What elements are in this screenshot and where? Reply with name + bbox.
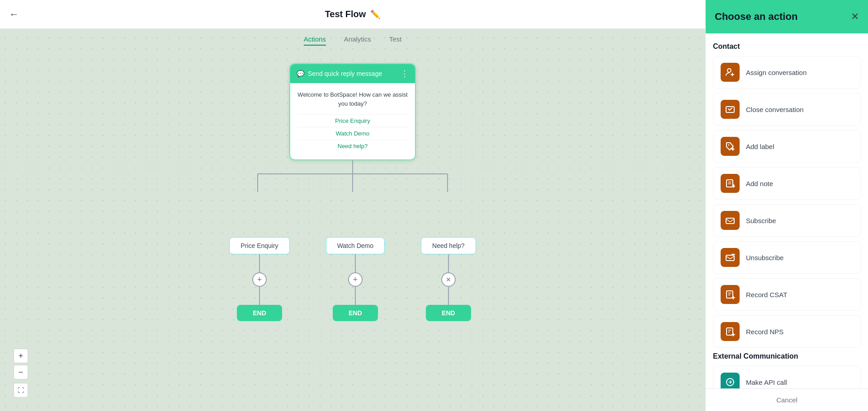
top-bar: ← Test Flow ✏️ <box>0 0 705 29</box>
reply-price-enquiry[interactable]: Price Enquiry <box>297 114 408 127</box>
add-label-icon <box>721 137 740 156</box>
branch-price-enquiry: Price Enquiry + END <box>229 237 289 321</box>
make-api-call-icon <box>721 373 740 388</box>
connector-line-1 <box>259 254 260 272</box>
end-node-watch-demo: END <box>333 305 378 321</box>
action-add-label[interactable]: Add label <box>713 130 861 163</box>
panel-close-button[interactable]: ✕ <box>851 12 859 22</box>
remove-action-need-help[interactable]: ✕ <box>441 272 456 287</box>
zoom-out-button[interactable]: − <box>14 365 28 379</box>
flow-canvas: ← Test Flow ✏️ Actions Analytics Test 💬 … <box>0 0 705 411</box>
subscribe-icon <box>721 211 740 230</box>
panel-header: Choose an action ✕ <box>706 0 868 33</box>
assign-conversation-label: Assign conversation <box>746 69 807 76</box>
connector-line-2 <box>355 254 356 272</box>
flow-title-text: Test Flow <box>325 9 366 19</box>
connector-line-3b <box>448 287 449 305</box>
panel-content: Contact Assign conversation Clo <box>706 33 868 388</box>
action-assign-conversation[interactable]: Assign conversation <box>713 56 861 89</box>
svg-rect-17 <box>726 218 734 224</box>
make-api-call-label: Make API call <box>746 378 787 386</box>
action-add-note[interactable]: Add note <box>713 167 861 200</box>
flow-connectors-svg <box>194 160 511 201</box>
subscribe-label: Subscribe <box>746 217 776 224</box>
unsubscribe-icon <box>721 248 740 267</box>
branches-container: Price Enquiry + END Watch Demo + END Nee <box>229 237 476 321</box>
close-conversation-label: Close conversation <box>746 106 804 113</box>
record-nps-label: Record NPS <box>746 328 783 336</box>
tab-test[interactable]: Test <box>389 33 402 46</box>
connector-line-1b <box>259 287 260 305</box>
message-node-title: Send quick reply message <box>308 70 382 77</box>
branch-need-help: Need help? ✕ END <box>421 237 476 321</box>
flow-wrapper: 💬 Send quick reply message ⋮ Welcome to … <box>194 63 511 321</box>
add-action-watch-demo[interactable]: + <box>348 272 363 287</box>
cancel-button[interactable]: Cancel <box>776 396 797 404</box>
branch-watch-demo: Watch Demo + END <box>326 237 385 321</box>
node-menu-icon[interactable]: ⋮ <box>401 69 409 79</box>
message-node: 💬 Send quick reply message ⋮ Welcome to … <box>289 63 416 160</box>
connector-line-2b <box>355 287 356 305</box>
panel-footer: Cancel <box>706 388 868 411</box>
unsubscribe-label: Unsubscribe <box>746 254 783 262</box>
flow-content: 💬 Send quick reply message ⋮ Welcome to … <box>0 50 705 411</box>
back-button[interactable]: ← <box>9 9 19 20</box>
action-close-conversation[interactable]: Close conversation <box>713 93 861 126</box>
branch-label-price-enquiry[interactable]: Price Enquiry <box>229 237 289 254</box>
flow-title-container: Test Flow ✏️ <box>325 9 381 19</box>
svg-rect-18 <box>726 255 734 261</box>
tabs-bar: Actions Analytics Test <box>0 29 705 50</box>
action-record-nps[interactable]: Record NPS <box>713 315 861 348</box>
zoom-in-button[interactable]: + <box>14 349 28 363</box>
external-communication-section-title: External Communication <box>713 352 861 360</box>
tab-analytics[interactable]: Analytics <box>344 33 371 46</box>
add-note-label: Add note <box>746 180 773 187</box>
end-node-price-enquiry: END <box>237 305 282 321</box>
tab-actions[interactable]: Actions <box>304 33 326 46</box>
message-icon: 💬 <box>297 70 304 77</box>
svg-rect-25 <box>726 328 733 335</box>
fullscreen-button[interactable]: ⛶ <box>14 383 28 397</box>
edit-title-icon[interactable]: ✏️ <box>370 9 380 19</box>
svg-point-5 <box>727 69 731 72</box>
connector-line-3 <box>448 254 449 272</box>
reply-need-help[interactable]: Need help? <box>297 140 408 152</box>
record-nps-icon <box>721 322 740 341</box>
action-record-csat[interactable]: Record CSAT <box>713 278 861 311</box>
message-node-body: Welcome to BotSpace! How can we assist y… <box>290 83 415 159</box>
svg-rect-20 <box>726 291 733 298</box>
end-node-need-help: END <box>426 305 471 321</box>
right-panel: Choose an action ✕ Contact Assign conver… <box>705 0 868 411</box>
message-node-header: 💬 Send quick reply message ⋮ <box>290 64 415 83</box>
action-unsubscribe[interactable]: Unsubscribe <box>713 241 861 274</box>
add-label-label: Add label <box>746 143 774 150</box>
add-action-price-enquiry[interactable]: + <box>252 272 267 287</box>
svg-point-9 <box>728 145 730 146</box>
add-note-icon <box>721 174 740 193</box>
close-conversation-icon <box>721 100 740 119</box>
message-body-text: Welcome to BotSpace! How can we assist y… <box>297 90 408 108</box>
zoom-controls: + − ⛶ <box>14 349 28 397</box>
branch-label-need-help[interactable]: Need help? <box>421 237 476 254</box>
panel-title: Choose an action <box>715 11 797 23</box>
record-csat-label: Record CSAT <box>746 291 787 299</box>
action-make-api-call[interactable]: Make API call <box>713 366 861 388</box>
branch-label-watch-demo[interactable]: Watch Demo <box>326 237 385 254</box>
reply-watch-demo[interactable]: Watch Demo <box>297 127 408 140</box>
contact-section-title: Contact <box>713 42 861 51</box>
assign-conversation-icon <box>721 63 740 82</box>
message-node-header-left: 💬 Send quick reply message <box>297 70 382 77</box>
action-subscribe[interactable]: Subscribe <box>713 204 861 237</box>
svg-rect-12 <box>726 180 733 187</box>
record-csat-icon <box>721 285 740 304</box>
